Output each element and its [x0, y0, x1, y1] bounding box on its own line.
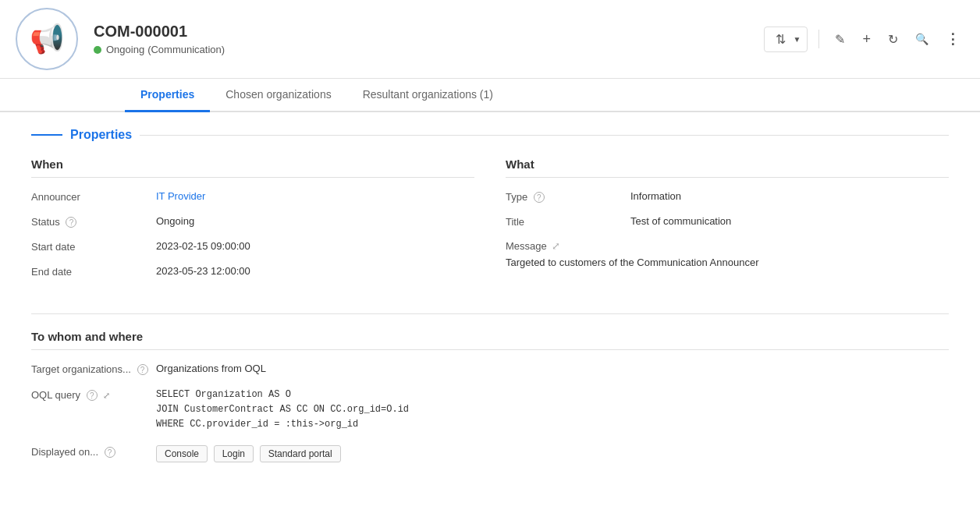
message-expand-icon[interactable]: ⤢ [552, 240, 560, 252]
search-button[interactable]: 🔍 [911, 30, 933, 48]
more-icon: ⋮ [946, 30, 960, 48]
add-button[interactable]: + [858, 28, 875, 51]
field-message: Message ⤢ Targeted to customers of the C… [506, 240, 949, 268]
field-start-date: Start date 2023-02-15 09:00:00 [31, 240, 474, 253]
message-label: Message [506, 240, 547, 252]
end-date-value: 2023-05-23 12:00:00 [156, 265, 250, 277]
oql-help-icon[interactable]: ? [87, 390, 98, 401]
page-wrapper: 📢 COM-000001 Ongoing (Communication) ⇅ ▼… [0, 0, 980, 531]
announcer-label: Announcer [31, 190, 156, 203]
displayed-on-help-icon[interactable]: ? [105, 447, 115, 458]
badge-login: Login [214, 445, 254, 462]
status-text: Ongoing [106, 44, 144, 55]
refresh-button[interactable]: ↻ [883, 29, 903, 50]
start-date-label: Start date [31, 240, 156, 253]
badge-console: Console [156, 445, 208, 462]
oql-line-3: WHERE CC.provider_id = :this->org_id [156, 417, 409, 432]
col-what: What Type ? Information Title Test of co… [506, 158, 949, 290]
type-help-icon[interactable]: ? [534, 192, 545, 203]
edit-icon: ✎ [835, 32, 845, 47]
oql-code: SELECT Organization AS O JOIN CustomerCo… [156, 388, 409, 433]
filter-button[interactable]: ⇅ [771, 29, 790, 50]
type-label: (Communication) [147, 44, 225, 55]
section-title: Properties [70, 128, 132, 142]
tab-properties[interactable]: Properties [125, 79, 210, 112]
search-icon: 🔍 [915, 33, 929, 45]
more-button[interactable]: ⋮ [941, 27, 964, 51]
end-date-label: End date [31, 265, 156, 278]
when-group-title: When [31, 158, 474, 178]
record-logo: 📢 [16, 8, 78, 70]
badge-standard-portal: Standard portal [260, 445, 341, 462]
type-value: Information [630, 190, 681, 202]
to-whom-group-title: To whom and where [31, 330, 949, 350]
section-divider: To whom and where Target organizations..… [31, 313, 949, 462]
two-col-layout: When Announcer IT Provider Status ? Ongo… [31, 158, 949, 290]
status-label: Status ? [31, 215, 156, 228]
header-actions: ⇅ ▼ ✎ + ↻ 🔍 ⋮ [764, 27, 964, 52]
oql-line-2: JOIN CustomerContract AS CC ON CC.org_id… [156, 402, 409, 417]
status-help-icon[interactable]: ? [66, 217, 76, 228]
type-field-label: Type ? [506, 190, 630, 203]
header-info: COM-000001 Ongoing (Communication) [94, 23, 764, 55]
refresh-icon: ↻ [888, 32, 898, 47]
field-oql-query: OQL query ? ⤢ SELECT Organization AS O J… [31, 388, 949, 433]
oql-query-label: OQL query ? ⤢ [31, 388, 156, 401]
target-orgs-help-icon[interactable]: ? [137, 364, 148, 375]
status-dot [94, 46, 101, 54]
title-label: Title [506, 215, 630, 228]
status-value: Ongoing [156, 215, 194, 227]
field-announcer: Announcer IT Provider [31, 190, 474, 203]
status-line: Ongoing (Communication) [94, 44, 764, 55]
field-target-orgs: Target organizations... ? Organizations … [31, 363, 949, 375]
add-icon: + [862, 31, 871, 48]
tab-resultant-organizations[interactable]: Resultant organizations (1) [347, 79, 509, 112]
field-type: Type ? Information [506, 190, 949, 203]
tabs-bar: Properties Chosen organizations Resultan… [0, 79, 980, 112]
field-displayed-on: Displayed on... ? Console Login Standard… [31, 445, 949, 462]
header: 📢 COM-000001 Ongoing (Communication) ⇅ ▼… [0, 0, 980, 79]
field-title: Title Test of communication [506, 215, 949, 228]
field-end-date: End date 2023-05-23 12:00:00 [31, 265, 474, 278]
filter-dropdown-icon: ▼ [794, 35, 801, 44]
field-status: Status ? Ongoing [31, 215, 474, 228]
section-line-right [140, 135, 949, 136]
message-value: Targeted to customers of the Communicati… [506, 257, 758, 268]
what-group-title: What [506, 158, 949, 178]
record-id: COM-000001 [94, 23, 764, 41]
message-label-row: Message ⤢ [506, 240, 560, 252]
oql-edit-icon[interactable]: ⤢ [103, 391, 110, 400]
section-header: Properties [31, 128, 949, 142]
announcer-value[interactable]: IT Provider [156, 190, 205, 202]
main-content: Properties When Announcer IT Provider St [0, 112, 980, 494]
section-line-left [31, 134, 62, 136]
filter-group: ⇅ ▼ [764, 27, 808, 52]
title-value: Test of communication [630, 215, 731, 227]
oql-line-1: SELECT Organization AS O [156, 388, 409, 402]
displayed-on-label: Displayed on... ? [31, 445, 156, 458]
tab-chosen-organizations[interactable]: Chosen organizations [210, 79, 346, 112]
target-orgs-value: Organizations from OQL [156, 363, 266, 374]
filter-icon: ⇅ [776, 32, 786, 47]
col-when: When Announcer IT Provider Status ? Ongo… [31, 158, 474, 290]
megaphone-icon: 📢 [30, 23, 65, 55]
displayed-on-badges: Console Login Standard portal [156, 445, 344, 462]
target-orgs-label: Target organizations... ? [31, 363, 156, 375]
start-date-value: 2023-02-15 09:00:00 [156, 240, 250, 252]
toolbar-divider [818, 30, 819, 48]
edit-button[interactable]: ✎ [830, 29, 850, 50]
